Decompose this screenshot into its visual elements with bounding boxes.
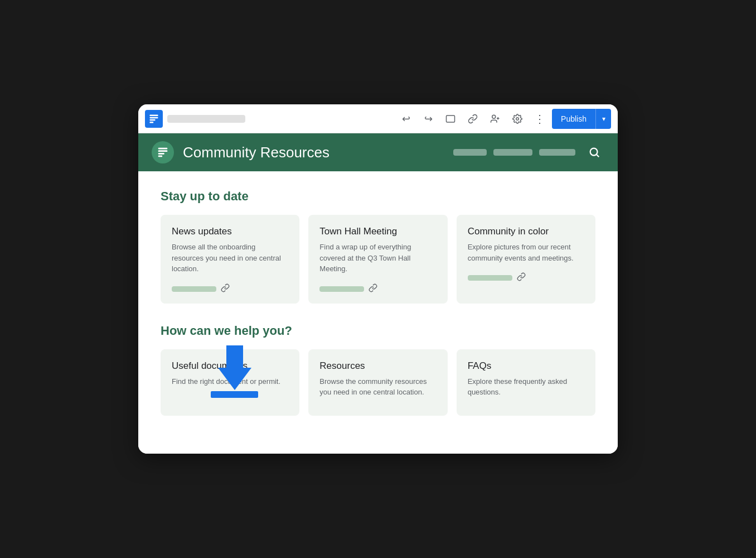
svg-rect-11 [158, 153, 164, 155]
svg-rect-9 [158, 148, 168, 150]
card-town-hall-desc: Find a wrap up of everything covered at … [319, 242, 436, 275]
publish-dropdown-button[interactable]: ▾ [595, 109, 611, 129]
card-news-updates[interactable]: News updates Browse all the onboarding r… [161, 215, 299, 304]
card-community-color-desc: Explore pictures from our recent communi… [468, 242, 584, 263]
arrow-line [211, 391, 258, 398]
card-resources[interactable]: Resources Browse the community resources… [308, 349, 447, 416]
document-title [167, 115, 245, 123]
redo-button[interactable]: ↪ [418, 109, 438, 129]
search-button[interactable] [584, 142, 604, 162]
settings-button[interactable] [507, 109, 527, 129]
browser-window: ↩ ↪ [138, 104, 618, 454]
card-resources-desc: Browse the community resources you need … [319, 376, 436, 398]
card-faqs-desc: Explore these frequently asked questions… [468, 376, 584, 398]
site-title: Community Resources [183, 144, 444, 161]
card-faqs-title: FAQs [468, 360, 584, 372]
toolbar: ↩ ↪ [138, 104, 618, 133]
card-faqs[interactable]: FAQs Explore these frequently asked ques… [457, 349, 595, 416]
card-town-hall-title: Town Hall Meeting [319, 226, 436, 237]
more-options-button[interactable]: ⋮ [530, 109, 550, 129]
nav-item-2[interactable] [493, 149, 532, 156]
title-bar [167, 115, 391, 123]
svg-line-14 [597, 155, 599, 157]
card-link-placeholder [319, 286, 364, 292]
toolbar-actions: ↩ ↪ [396, 109, 611, 129]
app-logo [145, 110, 163, 128]
publish-button[interactable]: Publish [552, 109, 595, 129]
svg-rect-10 [158, 151, 168, 152]
preview-button[interactable] [440, 109, 461, 129]
section2-title: How can we help you? [161, 324, 595, 338]
publish-button-group: Publish ▾ [552, 109, 611, 129]
insert-link-button[interactable] [463, 109, 483, 129]
card-news-updates-footer [172, 283, 288, 295]
nav-menu [453, 149, 575, 156]
add-person-button[interactable] [485, 109, 505, 129]
section1-title: Stay up to date [161, 189, 595, 204]
link-icon [517, 272, 526, 283]
card-community-color-footer [468, 272, 584, 283]
svg-point-13 [590, 148, 598, 156]
link-icon [369, 283, 377, 295]
card-community-color[interactable]: Community in color Explore pictures from… [457, 215, 595, 304]
svg-rect-1 [150, 117, 158, 118]
svg-rect-2 [150, 119, 156, 121]
link-icon [221, 283, 230, 295]
card-news-updates-title: News updates [172, 226, 288, 237]
card-community-color-title: Community in color [468, 226, 584, 237]
nav-item-3[interactable] [539, 149, 575, 156]
card-town-hall[interactable]: Town Hall Meeting Find a wrap up of ever… [308, 215, 447, 304]
card-town-hall-footer [319, 283, 436, 295]
card-link-placeholder [468, 275, 512, 281]
scroll-down-indicator [211, 345, 258, 398]
card-resources-title: Resources [319, 360, 436, 372]
card-news-updates-desc: Browse all the onboarding resources you … [172, 242, 288, 275]
site-header: Community Resources [138, 133, 618, 171]
svg-rect-3 [150, 122, 154, 123]
card-link-placeholder [172, 286, 216, 292]
undo-button[interactable]: ↩ [396, 109, 416, 129]
svg-marker-15 [218, 345, 251, 390]
nav-item-1[interactable] [453, 149, 487, 156]
svg-point-5 [492, 115, 496, 118]
svg-rect-0 [150, 114, 158, 116]
section1-cards: News updates Browse all the onboarding r… [161, 215, 595, 304]
svg-point-8 [516, 118, 519, 121]
site-logo [152, 141, 174, 163]
main-content: Stay up to date News updates Browse all … [138, 171, 618, 454]
svg-rect-4 [447, 116, 455, 122]
svg-rect-12 [158, 156, 162, 157]
